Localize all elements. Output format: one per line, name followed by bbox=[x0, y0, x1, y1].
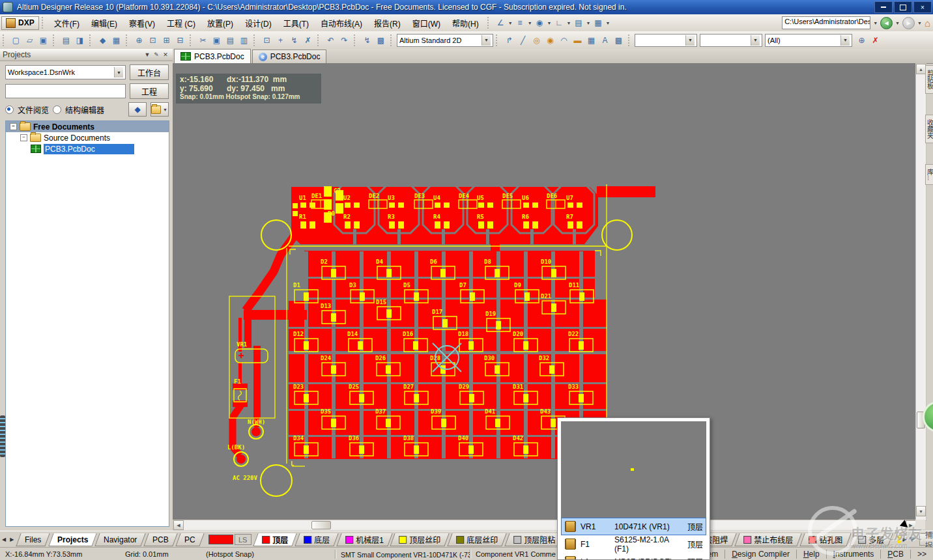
menu-item[interactable]: 察看(V) bbox=[123, 16, 161, 31]
zoom-document-icon[interactable]: ⊡ bbox=[146, 34, 160, 46]
place-polygon-icon[interactable]: ▦ bbox=[584, 34, 598, 46]
chevron-down-icon[interactable]: ▼ bbox=[528, 21, 532, 25]
wand-icon[interactable]: ↯ bbox=[360, 34, 374, 46]
chevron-down-icon[interactable]: ▼ bbox=[840, 35, 850, 46]
menu-item[interactable]: 帮助(H) bbox=[446, 16, 485, 31]
component-list-item[interactable]: F1S6125-M2-1.0A (F1)顶层 bbox=[561, 535, 706, 553]
project-tree[interactable]: −Free Documents−Source DocumentsPCB3.Pcb… bbox=[5, 120, 169, 527]
place-line-icon[interactable]: ╱ bbox=[516, 34, 530, 46]
menu-item[interactable]: 放置(P) bbox=[201, 16, 239, 31]
chevron-down-icon[interactable]: ▼ bbox=[547, 21, 552, 25]
scroll-down-icon[interactable]: ▼ bbox=[916, 506, 926, 516]
menu-item[interactable]: 编辑(E) bbox=[85, 16, 123, 31]
file-view-radio[interactable] bbox=[5, 105, 14, 114]
home-icon[interactable]: ⌂ bbox=[925, 18, 930, 29]
workspace-combo[interactable]: Workspace1.DsnWrk ▼ bbox=[5, 65, 126, 79]
chevron-down-icon[interactable]: ▼ bbox=[114, 67, 123, 77]
pcb-canvas[interactable]: U1R1U2R2U3R3U4R4U5R5U6R6U7R7DE1DE2DE3DE4… bbox=[173, 63, 915, 520]
panel-menu-pcb[interactable]: PCB bbox=[880, 550, 910, 559]
interactive-routing-icon[interactable]: ↱ bbox=[502, 34, 516, 46]
snap-button[interactable]: 捕捉 bbox=[919, 533, 933, 546]
tab-scroll-right-icon[interactable]: ▶ bbox=[8, 537, 16, 542]
chevron-down-icon[interactable]: ▼ bbox=[685, 35, 695, 46]
forward-dropdown-icon[interactable]: ▼ bbox=[917, 21, 922, 25]
panel-splitter-grip[interactable] bbox=[0, 415, 5, 457]
back-button[interactable]: ◀ bbox=[880, 17, 893, 29]
panel-tab[interactable]: Files bbox=[16, 533, 51, 546]
move-icon[interactable]: + bbox=[274, 34, 287, 46]
minimize-button[interactable] bbox=[874, 1, 893, 13]
filter-combo-2[interactable]: ▼ bbox=[700, 34, 762, 47]
deselect-icon[interactable]: ↯ bbox=[287, 34, 301, 46]
copy-icon[interactable]: ▣ bbox=[210, 34, 223, 46]
layers-icon[interactable]: ▤ bbox=[571, 17, 585, 29]
save-icon[interactable]: ▣ bbox=[36, 34, 50, 46]
layer-tab[interactable]: 底层丝印 bbox=[448, 533, 507, 546]
find-similar-icon[interactable]: ◉ bbox=[533, 17, 547, 29]
close-icon[interactable]: ✕ bbox=[161, 51, 170, 58]
select-area-icon[interactable]: ⊡ bbox=[260, 34, 274, 46]
zoom-filter-icon[interactable]: ⊟ bbox=[173, 34, 187, 46]
layer-tab[interactable]: 多层 bbox=[849, 533, 893, 546]
component-list-item[interactable]: VR110D471K (VR1)顶层 bbox=[561, 518, 706, 535]
zoom-area-icon[interactable]: ⊕ bbox=[132, 34, 146, 46]
workbench-button[interactable]: 工作台 bbox=[130, 64, 169, 80]
layer-tab[interactable]: 顶层阻粘 bbox=[505, 533, 564, 546]
sort-button[interactable]: ◆ bbox=[128, 102, 147, 117]
open-document-icon[interactable]: ▱ bbox=[23, 34, 36, 46]
print-preview-icon[interactable]: ◨ bbox=[73, 34, 87, 46]
panel-menu-help[interactable]: Help bbox=[796, 550, 826, 559]
layer-set-box[interactable]: LS bbox=[208, 534, 251, 545]
chevron-down-icon[interactable]: ▼ bbox=[508, 21, 513, 25]
document-tab[interactable]: PCB3.PcbDoc bbox=[174, 49, 251, 63]
place-string-icon[interactable]: A bbox=[598, 34, 612, 46]
view-mode-combo[interactable]: Altium Standard 2D ▼ bbox=[397, 34, 493, 47]
horizontal-scroll-thumb[interactable] bbox=[311, 521, 331, 529]
chevron-down-icon[interactable]: ▼ bbox=[567, 21, 571, 25]
pin-icon[interactable]: ✎ bbox=[152, 51, 161, 58]
dock-tab[interactable]: 剪贴板 bbox=[925, 65, 933, 94]
layer-tab[interactable]: 机械层1 bbox=[336, 533, 392, 546]
print-icon[interactable]: ▤ bbox=[59, 34, 73, 46]
structure-editor-radio[interactable] bbox=[53, 105, 61, 114]
measure-icon[interactable]: ∠ bbox=[494, 17, 508, 29]
menu-item[interactable]: 报告(R) bbox=[368, 16, 407, 31]
close-button[interactable]: × bbox=[913, 1, 932, 13]
layer-tab[interactable]: 禁止布线层 bbox=[734, 533, 801, 546]
expand-icon[interactable]: − bbox=[20, 134, 27, 141]
place-via-icon[interactable]: ◎ bbox=[530, 34, 543, 46]
panel-tab[interactable]: Projects bbox=[48, 533, 97, 546]
dock-tab[interactable]: 收藏夹 bbox=[925, 115, 933, 143]
panel-menu-icon[interactable]: ▼ bbox=[143, 51, 152, 58]
project-combo[interactable] bbox=[5, 84, 126, 98]
tree-item[interactable]: PCB3.PcbDoc bbox=[6, 143, 169, 154]
panel-tab[interactable]: PCB bbox=[144, 533, 178, 546]
filter-combo-1[interactable]: ▼ bbox=[635, 34, 697, 47]
chevron-down-icon[interactable]: ▼ bbox=[751, 35, 760, 46]
menu-item[interactable]: 设计(D) bbox=[239, 16, 278, 31]
menu-item[interactable]: 工程 (C) bbox=[161, 16, 201, 31]
address-input[interactable]: C:\Users\Administrator\Desktop bbox=[782, 16, 870, 29]
forward-button[interactable]: ▶ bbox=[902, 17, 915, 29]
dxp-menu-button[interactable]: DXP bbox=[1, 16, 39, 30]
project-button[interactable]: 工程 bbox=[130, 83, 169, 99]
layer-tab[interactable]: 底层 bbox=[294, 533, 338, 546]
maximize-button[interactable] bbox=[894, 1, 912, 13]
filter-zoom-icon[interactable]: ⊕ bbox=[855, 34, 868, 46]
horizontal-scrollbar[interactable]: ◀ ▶ bbox=[173, 520, 917, 531]
scope-combo[interactable]: (All) ▼ bbox=[765, 34, 852, 47]
menu-item[interactable]: 窗口(W) bbox=[407, 16, 446, 31]
place-component-icon[interactable]: ▩ bbox=[612, 34, 625, 46]
zoom-selected-icon[interactable]: ⊞ bbox=[160, 34, 173, 46]
panel-tab[interactable]: Navigator bbox=[94, 533, 146, 546]
component-list-item[interactable]: L1MB6F (BRIDGE)顶层 bbox=[561, 553, 706, 560]
tree-item[interactable]: −Free Documents bbox=[6, 121, 169, 132]
filter-clear-icon[interactable]: ✗ bbox=[868, 34, 882, 46]
place-fill-icon[interactable]: ▬ bbox=[571, 34, 584, 46]
document-tab[interactable]: ePCB3.PcbDoc bbox=[252, 49, 327, 63]
align-icon[interactable]: ≡ bbox=[513, 17, 527, 29]
chevron-down-icon[interactable]: ▼ bbox=[586, 21, 590, 25]
panel-menu-design-compiler[interactable]: Design Compiler bbox=[725, 550, 796, 559]
chevron-down-icon[interactable]: ▼ bbox=[605, 21, 610, 25]
paste-icon[interactable]: ▤ bbox=[223, 34, 237, 46]
